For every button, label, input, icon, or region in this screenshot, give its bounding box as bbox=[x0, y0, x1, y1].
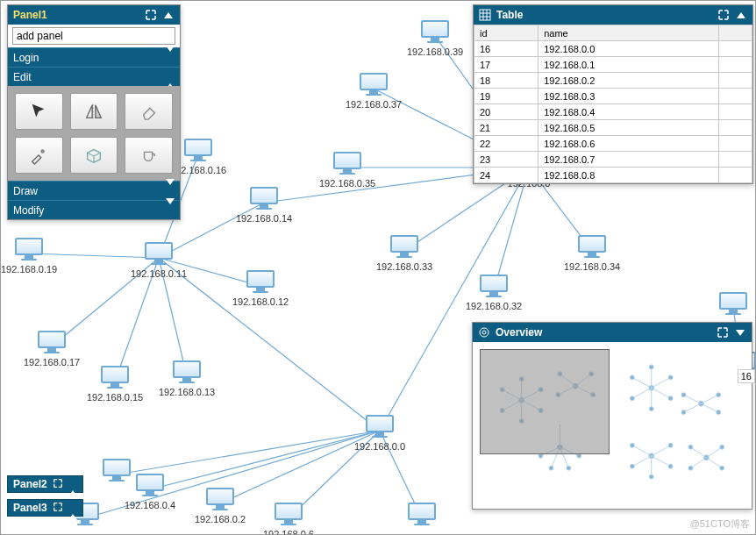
svg-point-82 bbox=[630, 375, 634, 380]
table-col-id[interactable]: id bbox=[474, 25, 538, 41]
table-row[interactable]: 24192.168.0.8 bbox=[474, 168, 752, 183]
svg-line-111 bbox=[690, 458, 706, 468]
data-table[interactable]: idname 16192.168.0.017192.168.0.118192.1… bbox=[474, 25, 752, 183]
collapse-icon[interactable] bbox=[162, 9, 175, 21]
expand-icon[interactable] bbox=[68, 502, 77, 514]
svg-point-105 bbox=[630, 464, 634, 468]
topology-node[interactable]: 192.168.0.15 bbox=[87, 366, 143, 403]
tool-box[interactable] bbox=[70, 137, 118, 174]
table-row[interactable]: 19192.168.0.3 bbox=[474, 89, 752, 104]
topology-node[interactable]: 192.168.0.37 bbox=[346, 73, 402, 110]
overview-canvas[interactable] bbox=[473, 342, 752, 509]
topology-node[interactable]: 192.168.0.0 bbox=[352, 415, 408, 452]
topology-node[interactable]: 192.168.0.2 bbox=[192, 488, 248, 524]
section-draw-label: Draw bbox=[13, 185, 155, 197]
panel2-collapsed[interactable]: Panel2 bbox=[7, 475, 83, 493]
table-panel[interactable]: Table idname 16192.168.0.017192.168.0.11… bbox=[473, 4, 753, 184]
node-label: 192.168.0.35 bbox=[319, 178, 375, 189]
collapse-icon[interactable] bbox=[735, 9, 747, 21]
svg-point-42 bbox=[482, 331, 486, 334]
chevron-down-icon[interactable] bbox=[734, 326, 746, 339]
svg-rect-36 bbox=[480, 10, 490, 20]
svg-point-114 bbox=[720, 445, 724, 449]
overview-panel[interactable]: Overview bbox=[472, 322, 752, 510]
topology-node[interactable] bbox=[394, 503, 450, 529]
tool-eraser[interactable] bbox=[125, 93, 173, 130]
section-login[interactable]: Login bbox=[8, 47, 180, 67]
topology-node[interactable]: 192.168.0.19 bbox=[1, 238, 57, 275]
topology-node[interactable]: 192.168.0.39 bbox=[407, 20, 463, 57]
table-row[interactable]: 21192.168.0.5 bbox=[474, 120, 752, 136]
table-panel-header[interactable]: Table bbox=[474, 5, 752, 25]
topology-node[interactable] bbox=[705, 292, 756, 318]
topology-node[interactable]: 192.168.0.35 bbox=[319, 152, 375, 189]
node-label: 192.168.0.33 bbox=[376, 261, 432, 272]
restore-icon[interactable] bbox=[53, 502, 63, 515]
overview-viewport[interactable] bbox=[480, 349, 610, 454]
tool-bucket[interactable] bbox=[125, 137, 173, 174]
table-row[interactable]: 22192.168.0.6 bbox=[474, 136, 752, 152]
svg-point-85 bbox=[668, 396, 673, 401]
node-label: 192.168.0.0 bbox=[352, 441, 408, 452]
svg-point-95 bbox=[681, 410, 686, 415]
chevron-down-icon[interactable] bbox=[166, 204, 175, 217]
section-modify-label: Modify bbox=[13, 204, 155, 217]
topology-node[interactable]: 192.168.0.14 bbox=[236, 187, 292, 224]
tool-pointer[interactable] bbox=[15, 93, 63, 130]
table-row[interactable]: 20192.168.0.4 bbox=[474, 104, 752, 120]
node-label: 192.168.0.37 bbox=[346, 99, 402, 110]
node-label: 192.168.0.11 bbox=[131, 268, 187, 279]
svg-line-91 bbox=[683, 403, 701, 412]
panel2-title: Panel2 bbox=[13, 478, 47, 490]
panel1-header[interactable]: Panel1 bbox=[8, 5, 180, 25]
expand-icon[interactable] bbox=[68, 478, 77, 490]
topology-node[interactable]: 192.168.0.32 bbox=[466, 275, 522, 311]
edit-tools bbox=[8, 86, 180, 181]
svg-point-33 bbox=[41, 149, 46, 153]
topology-node[interactable]: 192.168.0.17 bbox=[24, 331, 80, 367]
node-label: 192.168.0.34 bbox=[564, 261, 620, 272]
table-row[interactable]: 23192.168.0.7 bbox=[474, 152, 752, 168]
chevron-down-icon[interactable] bbox=[166, 185, 175, 197]
svg-line-112 bbox=[706, 458, 722, 468]
table-col-name[interactable]: name bbox=[538, 25, 719, 41]
topology-node[interactable]: 192.168.0.6 bbox=[260, 503, 317, 535]
svg-point-87 bbox=[649, 407, 653, 411]
chevron-up-icon[interactable] bbox=[166, 71, 175, 83]
section-login-label: Login bbox=[13, 52, 150, 64]
restore-icon[interactable] bbox=[145, 9, 157, 21]
panel3-collapsed[interactable]: Panel3 bbox=[7, 499, 83, 517]
panel1[interactable]: Panel1 Login Edit bbox=[7, 4, 181, 220]
svg-line-77 bbox=[652, 377, 671, 388]
topology-node[interactable]: 192.168.0.33 bbox=[376, 235, 432, 272]
table-row[interactable]: 18192.168.0.2 bbox=[474, 73, 752, 89]
node-label: 192.168.0.2 bbox=[192, 514, 248, 524]
node-label: 192.168.0.14 bbox=[236, 213, 292, 224]
restore-icon[interactable] bbox=[717, 9, 730, 21]
svg-line-19 bbox=[117, 431, 380, 474]
topology-node[interactable]: 192.168.0.11 bbox=[131, 242, 187, 279]
chevron-down-icon[interactable] bbox=[166, 52, 175, 64]
table-row[interactable]: 17192.168.0.1 bbox=[474, 57, 752, 73]
overview-panel-header[interactable]: Overview bbox=[473, 323, 752, 342]
restore-icon[interactable] bbox=[717, 326, 729, 339]
node-label: 192.168.0.15 bbox=[87, 392, 143, 403]
svg-point-84 bbox=[630, 396, 634, 401]
topology-node[interactable]: 192.168.0.13 bbox=[159, 360, 215, 397]
section-edit[interactable]: Edit bbox=[8, 67, 180, 86]
svg-line-98 bbox=[632, 446, 652, 456]
svg-point-72 bbox=[577, 453, 581, 458]
tool-eyedropper[interactable] bbox=[15, 137, 63, 174]
table-row[interactable]: 16192.168.0.0 bbox=[474, 41, 752, 57]
restore-icon[interactable] bbox=[53, 478, 63, 491]
svg-line-100 bbox=[632, 456, 652, 467]
section-draw[interactable]: Draw bbox=[8, 181, 180, 200]
topology-node[interactable] bbox=[89, 459, 145, 485]
section-modify[interactable]: Modify bbox=[8, 200, 180, 219]
tool-flip[interactable] bbox=[70, 93, 118, 130]
grid-icon bbox=[479, 9, 491, 21]
add-panel-input[interactable] bbox=[12, 27, 175, 45]
table-col-blank bbox=[719, 25, 752, 41]
topology-node[interactable]: 192.168.0.12 bbox=[232, 270, 289, 307]
topology-node[interactable]: 192.168.0.34 bbox=[564, 235, 620, 272]
